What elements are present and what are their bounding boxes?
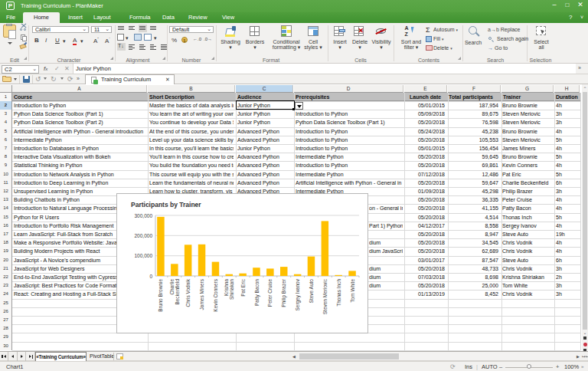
svg-text:200,000: 200,000: [134, 233, 152, 238]
svg-text:James Miners: James Miners: [199, 278, 204, 310]
svg-text:Steve Auto: Steve Auto: [309, 279, 314, 304]
svg-text:Sergey Ivanov: Sergey Ivanov: [295, 278, 301, 310]
svg-text:Tom White: Tom White: [349, 279, 354, 303]
svg-text:Krishna: Krishna: [224, 279, 229, 296]
svg-text:Philip Brazer: Philip Brazer: [281, 278, 287, 307]
svg-text:Steven Meriovic: Steven Meriovic: [322, 278, 327, 314]
svg-text:Thonas Inch: Thonas Inch: [335, 279, 341, 307]
svg-text:Participants by Trainer: Participants by Trainer: [131, 201, 201, 208]
svg-text:Bruno Brownie: Bruno Brownie: [158, 279, 163, 312]
svg-text:Pat Eric: Pat Eric: [240, 278, 245, 297]
svg-text:Charlie: Charlie: [168, 279, 174, 295]
svg-text:Patty Bacon: Patty Bacon: [253, 279, 260, 306]
svg-text:Kevin Conners: Kevin Conners: [212, 278, 217, 311]
svg-text:100,000: 100,000: [134, 253, 152, 258]
svg-text:0: 0: [149, 274, 152, 279]
svg-text:Shiriakan: Shiriakan: [229, 279, 234, 300]
svg-text:300,000: 300,000: [134, 213, 152, 218]
svg-text:Peter Cruise: Peter Cruise: [267, 279, 273, 307]
svg-text:Beckenfield: Beckenfield: [174, 279, 179, 305]
svg-text:Chris Vodnik: Chris Vodnik: [185, 278, 191, 307]
